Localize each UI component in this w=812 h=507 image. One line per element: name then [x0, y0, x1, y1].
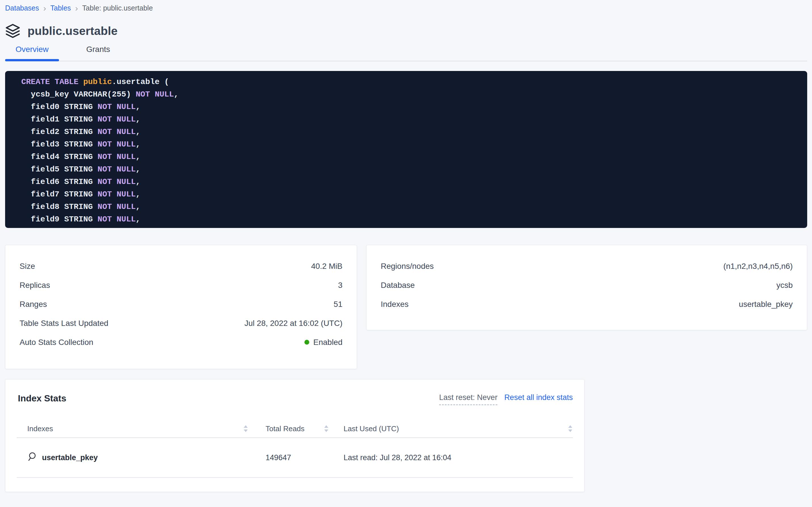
sort-arrows-icon[interactable] — [568, 425, 572, 432]
column-header-label: Indexes — [27, 425, 53, 433]
sql-code-line: field8 STRING NOT NULL, — [21, 201, 796, 213]
index-table-header-row: IndexesTotal ReadsLast Used (UTC) — [17, 420, 573, 438]
stat-value: 3 — [338, 281, 342, 290]
stat-value: 51 — [334, 300, 342, 309]
stat-value: Enabled — [304, 338, 342, 347]
sql-code: CREATE TABLE public.usertable ( ycsb_key… — [21, 76, 796, 226]
table-info-card: Regions/nodes(n1,n2,n3,n4,n5,n6)Database… — [366, 245, 807, 330]
stat-value: 40.2 MiB — [311, 262, 343, 271]
index-stats-header: Index Stats Last reset: Never Reset all … — [17, 380, 573, 405]
stat-label: Replicas — [19, 281, 50, 290]
stat-row: Auto Stats CollectionEnabled — [5, 333, 357, 352]
sql-code-line: ycsb_key VARCHAR(255) NOT NULL, — [21, 88, 796, 101]
sql-code-line: field5 STRING NOT NULL, — [21, 163, 796, 176]
column-header-indexes[interactable]: Indexes — [17, 425, 253, 433]
sql-code-line: field0 STRING NOT NULL, — [21, 101, 796, 113]
index-table-body: usertable_pkey149647Last read: Jul 28, 2… — [17, 438, 573, 478]
last-used-cell: Last read: Jul 28, 2022 at 16:04 — [332, 453, 573, 462]
stat-label: Table Stats Last Updated — [19, 319, 108, 328]
breadcrumb-link-databases[interactable]: Databases — [5, 3, 39, 12]
column-header-total-reads[interactable]: Total Reads — [253, 425, 332, 433]
stat-value: ycsb — [776, 281, 793, 290]
tab-grants[interactable]: Grants — [73, 45, 124, 61]
stat-row: Size40.2 MiB — [5, 257, 357, 276]
stat-row: Indexesusertable_pkey — [367, 295, 807, 314]
sort-up-arrow-icon — [324, 425, 328, 428]
sort-up-arrow-icon — [568, 425, 572, 428]
column-header-label: Last Used (UTC) — [343, 425, 399, 433]
stat-label: Indexes — [381, 300, 409, 309]
layers-icon — [5, 23, 20, 39]
last-reset-label[interactable]: Last reset: Never — [439, 393, 498, 405]
breadcrumb-current: Table: public.usertable — [82, 3, 153, 12]
magnifier-icon — [27, 452, 38, 464]
chevron-right-icon: › — [39, 5, 51, 12]
sql-code-line: field3 STRING NOT NULL, — [21, 138, 796, 151]
total-reads-cell: 149647 — [253, 453, 332, 462]
index-name-cell: usertable_pkey — [17, 452, 253, 464]
stat-row: Ranges51 — [5, 295, 357, 314]
breadcrumb-link-tables[interactable]: Tables — [51, 3, 71, 12]
stat-label: Database — [381, 281, 415, 290]
index-name: usertable_pkey — [42, 453, 98, 462]
summary-cards: Size40.2 MiBReplicas3Ranges51Table Stats… — [5, 245, 807, 369]
sort-down-arrow-icon — [244, 430, 248, 432]
sort-down-arrow-icon — [568, 430, 572, 432]
index-stats-card: Index Stats Last reset: Never Reset all … — [5, 379, 584, 492]
sql-code-line: CREATE TABLE public.usertable ( — [21, 76, 796, 88]
stat-value: (n1,n2,n3,n4,n5,n6) — [724, 262, 793, 271]
status-dot-green-icon — [304, 340, 309, 345]
sql-code-line: field1 STRING NOT NULL, — [21, 113, 796, 126]
index-stats-actions: Last reset: Never Reset all index stats — [439, 393, 573, 405]
sort-arrows-icon[interactable] — [324, 425, 328, 432]
chevron-right-icon: › — [71, 5, 82, 12]
table-detail-page: Databases›Tables›Table: public.usertable… — [0, 0, 812, 507]
sort-down-arrow-icon — [324, 430, 328, 432]
sql-code-line: field9 STRING NOT NULL, — [21, 213, 796, 226]
create-table-sql-block: CREATE TABLE public.usertable ( ycsb_key… — [5, 71, 807, 228]
page-header: public.usertable — [5, 23, 807, 39]
stat-label: Auto Stats Collection — [19, 338, 93, 347]
stat-value: usertable_pkey — [739, 300, 793, 309]
tab-bar: OverviewGrants — [5, 45, 807, 61]
stat-label: Ranges — [19, 300, 47, 309]
stat-row: Replicas3 — [5, 276, 357, 295]
sql-code-line: field7 STRING NOT NULL, — [21, 188, 796, 201]
stat-value: Jul 28, 2022 at 16:02 (UTC) — [244, 319, 342, 328]
index-stats-title: Index Stats — [17, 393, 66, 404]
sql-code-line: field2 STRING NOT NULL, — [21, 126, 796, 138]
stat-label: Size — [19, 262, 35, 271]
sql-code-line: field4 STRING NOT NULL, — [21, 151, 796, 163]
stat-row: Regions/nodes(n1,n2,n3,n4,n5,n6) — [367, 257, 807, 276]
stat-row: Databaseycsb — [367, 276, 807, 295]
reset-all-index-stats-link[interactable]: Reset all index stats — [504, 393, 573, 402]
breadcrumb: Databases›Tables›Table: public.usertable — [5, 0, 807, 12]
page-title: public.usertable — [27, 24, 118, 38]
column-header-label: Total Reads — [265, 425, 304, 433]
stat-label: Regions/nodes — [381, 262, 434, 271]
column-header-last-used-utc[interactable]: Last Used (UTC) — [332, 425, 573, 433]
sql-code-line: field6 STRING NOT NULL, — [21, 176, 796, 188]
sort-arrows-icon[interactable] — [244, 425, 248, 432]
table-row: usertable_pkey149647Last read: Jul 28, 2… — [17, 438, 573, 478]
stat-row: Table Stats Last UpdatedJul 28, 2022 at … — [5, 314, 357, 333]
tab-overview[interactable]: Overview — [5, 45, 59, 61]
index-stats-table: IndexesTotal ReadsLast Used (UTC) userta… — [17, 420, 573, 478]
sort-up-arrow-icon — [244, 425, 248, 428]
table-stats-card: Size40.2 MiBReplicas3Ranges51Table Stats… — [5, 245, 357, 369]
